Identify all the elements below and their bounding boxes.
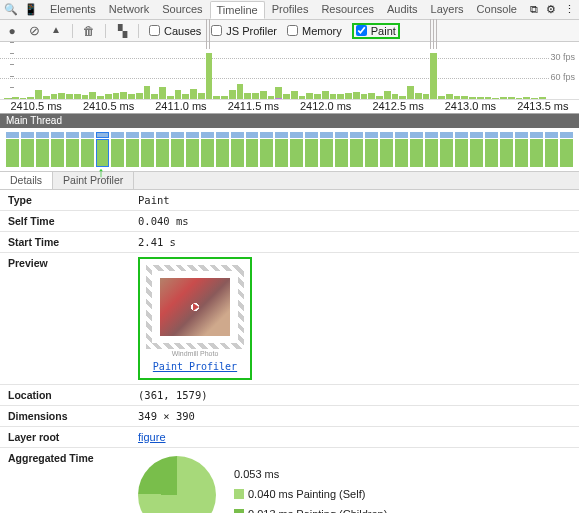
tab-console[interactable]: Console — [471, 1, 523, 19]
row-agg-k: Aggregated Time — [0, 448, 130, 514]
selection-arrow-icon: ↑ — [98, 164, 105, 180]
tab-layers[interactable]: Layers — [425, 1, 470, 19]
tab-audits[interactable]: Audits — [381, 1, 424, 19]
settings-icon[interactable]: ⚙ — [546, 3, 556, 16]
detail-tabs: Details Paint Profiler — [0, 172, 579, 190]
timeline-toolbar: ● ⊘ ▾ 🗑 ▚ Causes JS Profiler Memory Pain… — [0, 20, 579, 42]
record-icon[interactable]: ● — [6, 24, 18, 38]
causes-checkbox[interactable]: Causes — [149, 25, 201, 37]
clear-icon[interactable]: ⊘ — [28, 23, 40, 38]
legend-total: 0.053 ms — [234, 465, 387, 485]
filter-icon[interactable]: ▾ — [50, 24, 62, 38]
details-panel: TypePaint Self Time0.040 ms Start Time2.… — [0, 190, 579, 513]
row-location-k: Location — [0, 385, 130, 406]
tab-elements[interactable]: Elements — [44, 1, 102, 19]
row-self-k: Self Time — [0, 211, 130, 232]
devtools-topbar: 🔍 📱 Elements Network Sources Timeline Pr… — [0, 0, 579, 20]
tab-timeline[interactable]: Timeline — [210, 1, 265, 19]
preview-caption: Windmill Photo — [146, 350, 244, 357]
tab-sources[interactable]: Sources — [156, 1, 208, 19]
row-type-v: Paint — [130, 190, 579, 211]
row-type-k: Type — [0, 190, 130, 211]
tab-paint-profiler[interactable]: Paint Profiler — [53, 172, 134, 189]
row-self-v: 0.040 ms — [130, 211, 579, 232]
fps-60-label: 60 fps — [550, 72, 575, 82]
tab-details[interactable]: Details — [0, 172, 53, 189]
main-thread-track[interactable]: ↑ — [0, 128, 579, 172]
layer-root-link[interactable]: figure — [138, 431, 166, 443]
aggregated-time-pie — [138, 456, 216, 513]
memory-checkbox[interactable]: Memory — [287, 25, 342, 37]
paint-checkbox[interactable]: Paint — [352, 23, 400, 39]
paint-profiler-link[interactable]: Paint Profiler — [146, 361, 244, 372]
legend-swatch-self — [234, 489, 244, 499]
fps-30-label: 30 fps — [550, 52, 575, 62]
tab-network[interactable]: Network — [103, 1, 155, 19]
row-dim-v: 349 × 390 — [130, 406, 579, 427]
overview-xaxis: 2410.5 ms2410.5 ms2411.0 ms2411.5 ms2412… — [0, 99, 579, 113]
row-location-v: (361, 1579) — [130, 385, 579, 406]
legend-swatch-children — [234, 509, 244, 513]
view-icon[interactable]: ▚ — [116, 24, 128, 38]
thread-bars — [0, 132, 579, 167]
tab-resources[interactable]: Resources — [315, 1, 380, 19]
aggregated-time-legend: 0.053 ms 0.040 ms Painting (Self) 0.013 … — [234, 465, 387, 513]
gc-icon[interactable]: 🗑 — [83, 24, 95, 38]
overview-bars — [0, 41, 549, 99]
main-thread-label: Main Thread — [0, 114, 579, 128]
overview-chart[interactable]: 30 fps 60 fps 2410.5 ms2410.5 ms2411.0 m… — [0, 42, 579, 114]
legend-self: 0.040 ms Painting (Self) — [248, 488, 365, 500]
preview-thumbnail — [146, 265, 244, 349]
row-start-v: 2.41 s — [130, 232, 579, 253]
row-start-k: Start Time — [0, 232, 130, 253]
row-preview-k: Preview — [0, 253, 130, 385]
preview-highlight: Windmill Photo Paint Profiler — [138, 257, 252, 380]
tab-profiles[interactable]: Profiles — [266, 1, 315, 19]
row-layer-k: Layer root — [0, 427, 130, 448]
dock-menu-icon[interactable]: ⋮ — [564, 3, 575, 16]
panel-tabs: Elements Network Sources Timeline Profil… — [44, 1, 524, 19]
drawer-icon[interactable]: ⧉ — [530, 3, 538, 16]
row-dim-k: Dimensions — [0, 406, 130, 427]
device-icon[interactable]: 📱 — [24, 3, 38, 16]
search-icon[interactable]: 🔍 — [4, 3, 18, 16]
legend-children: 0.013 ms Painting (Children) — [248, 508, 387, 513]
jsprofiler-checkbox[interactable]: JS Profiler — [211, 25, 277, 37]
